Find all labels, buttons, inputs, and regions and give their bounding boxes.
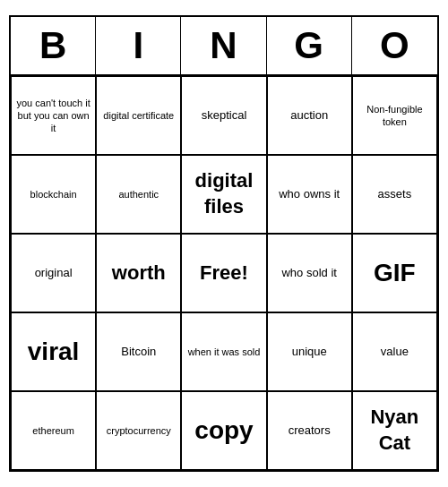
bingo-cell-2: skeptical [181,76,266,155]
bingo-cell-24: Nyan Cat [352,391,437,470]
bingo-cell-20: ethereum [11,391,96,470]
bingo-grid: you can't touch it but you can own itdig… [11,76,437,470]
bingo-cell-8: who owns it [267,155,352,234]
bingo-cell-21: cryptocurrency [96,391,181,470]
bingo-cell-11: worth [96,234,181,312]
bingo-cell-4: Non-fungible token [352,76,437,155]
bingo-cell-19: value [352,312,437,391]
bingo-cell-6: authentic [96,155,181,234]
bingo-cell-1: digital certificate [96,76,181,155]
bingo-cell-16: Bitcoin [96,312,181,391]
bingo-header: BINGO [11,17,437,76]
bingo-cell-7: digital files [181,155,266,234]
bingo-cell-10: original [11,234,96,312]
bingo-letter-B: B [11,17,96,74]
bingo-cell-15: viral [11,312,96,391]
bingo-cell-9: assets [352,155,437,234]
bingo-letter-O: O [352,17,437,74]
bingo-card: BINGO you can't touch it but you can own… [9,15,439,472]
bingo-cell-3: auction [267,76,352,155]
bingo-cell-14: GIF [352,234,437,312]
bingo-cell-23: creators [267,391,352,470]
bingo-cell-17: when it was sold [181,312,266,391]
bingo-letter-N: N [181,17,266,74]
bingo-cell-13: who sold it [267,234,352,312]
bingo-cell-22: copy [181,391,266,470]
bingo-cell-12: Free! [181,234,266,312]
bingo-letter-G: G [267,17,352,74]
bingo-letter-I: I [96,17,181,74]
bingo-cell-18: unique [267,312,352,391]
bingo-cell-0: you can't touch it but you can own it [11,76,96,155]
bingo-cell-5: blockchain [11,155,96,234]
